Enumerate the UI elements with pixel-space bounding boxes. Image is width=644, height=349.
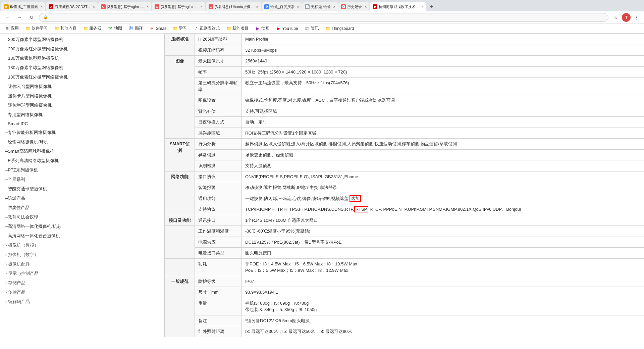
category-cell: SMART侦测 <box>165 139 195 171</box>
profile-button[interactable]: T <box>622 13 631 22</box>
key-cell: 日夜转换方式 <box>195 117 242 128</box>
sidebar-section[interactable]: › 摄像机（模拟） <box>0 241 164 250</box>
table-row: 备注*须另备DC12V Φ5.5mm圆头电源 <box>165 315 644 326</box>
reload-button[interactable]: ↻ <box>27 13 36 22</box>
bookmark-label: 服务器 <box>89 26 101 31</box>
bookmark-icon: ⊞ <box>5 26 9 31</box>
category-cell: 一般规范 <box>165 276 195 337</box>
tab-close-button[interactable]: × <box>201 5 203 9</box>
table-row: 第三码流分辨率与帧率独立于主码流设置，最高支持：50Hz：1fps(704×57… <box>165 78 644 95</box>
tab-close-button[interactable]: × <box>93 5 95 9</box>
sidebar-item[interactable]: 迷你云台型网络摄像机 <box>0 82 164 91</box>
sidebar-section[interactable]: › 存储产品 <box>0 278 164 288</box>
bookmark-服务器[interactable]: 📁服务器 <box>81 25 103 32</box>
category-cell <box>165 226 195 259</box>
tab-label: 海康威视DS-2CD3T... <box>55 4 90 9</box>
key-cell: 电源接口类型 <box>195 248 242 259</box>
tab-t5[interactable]: C(3条消息) Ubuntu摄像...× <box>206 2 261 11</box>
sidebar-item[interactable]: –专业智能分析网络摄像机 <box>0 128 164 137</box>
bookmark-资讯[interactable]: 📰资讯 <box>303 25 321 32</box>
tab-favicon: C <box>101 4 106 9</box>
tab-t6[interactable]: ⚙语雀_百度搜索× <box>262 2 302 11</box>
bookmark-动画[interactable]: ▶动画 <box>253 25 271 32</box>
tab-close-button[interactable]: × <box>333 5 335 9</box>
value-cell: DC12V±25% / PoE(802.3af)：带D型号不支持PoE <box>242 237 644 248</box>
value-cell: 32 Kbps~8Mbps <box>242 45 644 56</box>
sidebar-item[interactable]: –教育司法会议球 <box>0 212 164 222</box>
sidebar-item[interactable]: 130万像素红外微型网络摄像机 <box>0 72 164 82</box>
sidebar-item[interactable]: –Smart IPC <box>0 119 164 128</box>
bookmark-其他内容[interactable]: 📁其他内容 <box>52 25 78 32</box>
sidebar-section[interactable]: › 编解码产品 <box>0 297 164 306</box>
tab-t8[interactable]: 🕐历史记录× <box>338 2 369 11</box>
tab-t2[interactable]: J海康威视DS-2CD3T...× <box>46 2 98 11</box>
tab-label: 语雀_百度搜索 <box>270 4 294 9</box>
value-cell: 1个RJ45 10M / 100M 自适应以太网口 <box>242 215 644 226</box>
bookmark-label: 其他内容 <box>60 26 76 31</box>
tab-close-button[interactable]: × <box>297 5 299 9</box>
sidebar-item[interactable]: 迷你半球型网络摄像机 <box>0 101 164 110</box>
bookmark-软件学习[interactable]: 📁软件学习 <box>23 25 50 32</box>
tab-favicon: 🕐 <box>341 4 346 9</box>
tab-t3[interactable]: C(3条消息) 基于nginx-...× <box>98 2 151 11</box>
bookmark-icon: 🗺 <box>108 26 113 31</box>
sidebar-item[interactable]: 130万像素枪型网络摄像机 <box>0 54 164 63</box>
bookmark-Thingsboard[interactable]: 📁Thingsboard <box>324 26 356 32</box>
bookmark-正则表达式[interactable]: .*正则表达式 <box>192 25 222 32</box>
bookmark-label: 翻译 <box>135 26 143 31</box>
tab-t9[interactable]: H杭州海康威视数字技术...× <box>370 2 426 11</box>
table-row: 图像设置镜像模式,饱和度,亮度,对比度,锐度，AGC，白平衡通过客户端或者浏览器… <box>165 95 644 106</box>
bookmark-地图[interactable]: 🗺地图 <box>106 25 124 32</box>
value-cell: IP67 <box>242 276 644 287</box>
sidebar-item[interactable]: –智能交通球型摄像机 <box>0 184 164 194</box>
address-bar[interactable]: 🔒 <box>39 13 608 22</box>
sidebar-item[interactable]: –高清网络一体化摄像机/机芯 <box>0 222 164 231</box>
forward-button[interactable]: → <box>15 13 24 22</box>
bookmark-Gmail[interactable]: MGmail <box>148 26 168 32</box>
tab-t1[interactable]: ▶flv直播_百度搜索× <box>1 2 45 11</box>
sidebar-section[interactable]: › 传输产品 <box>0 288 164 297</box>
back-button[interactable]: ← <box>3 13 12 22</box>
tab-t4[interactable]: C(3条消息) 基于nginx-...× <box>152 2 205 11</box>
sidebar-item[interactable]: –防腐蚀产品 <box>0 203 164 212</box>
bookmark-学习[interactable]: 📁学习 <box>171 25 189 32</box>
bookmark-label: 学习 <box>179 26 187 31</box>
value-cell: TCP/IP,ICMP,HTTP,HTTPS,FTP,DHCP,DNS,DDNS… <box>242 204 644 215</box>
bookmark-label: 应用 <box>11 26 19 31</box>
value-cell: 场景变更侦测、虚焦侦测 <box>242 149 644 160</box>
sidebar-item[interactable]: 200万像素红外微型网络摄像机 <box>0 44 164 54</box>
tab-close-button[interactable]: × <box>365 5 367 9</box>
tab-close-button[interactable]: × <box>147 5 149 9</box>
main-content: 压缩标准H.265编码类型Main Profile视频压缩码率32 Kbps~8… <box>164 34 644 349</box>
sidebar-item[interactable]: –经销网络摄像机/球机 <box>0 137 164 147</box>
browser-chrome: ▶flv直播_百度搜索×J海康威视DS-2CD3T...×C(3条消息) 基于n… <box>0 0 644 34</box>
sidebar-item[interactable]: –防爆产品 <box>0 194 164 203</box>
sidebar-item[interactable]: 130万像素半球型网络摄像机 <box>0 63 164 72</box>
sidebar-section[interactable]: › 摄像机配件 <box>0 259 164 269</box>
tab-t7[interactable]: 📄无标题·语雀× <box>302 2 338 11</box>
menu-button[interactable]: ⋮ <box>632 13 641 22</box>
tab-close-button[interactable]: × <box>41 5 43 9</box>
tab-close-button[interactable]: × <box>256 5 258 9</box>
key-cell: 背光补偿 <box>195 106 242 117</box>
bookmark-新的项目[interactable]: 📁新的项目 <box>224 25 251 32</box>
sidebar-item[interactable]: –PTZ系列摄像机 <box>0 165 164 175</box>
sidebar-item[interactable]: –全景系列 <box>0 175 164 184</box>
bookmark-应用[interactable]: ⊞应用 <box>3 25 21 32</box>
sidebar-item[interactable]: –高清网络一体化云台摄像机 <box>0 231 164 241</box>
sidebar-item[interactable]: –E系列高清网络球型摄像机 <box>0 156 164 165</box>
new-tab-button[interactable]: + <box>427 2 436 11</box>
sidebar-item[interactable]: 迷你卡片型网络摄像机 <box>0 91 164 101</box>
sidebar-item[interactable]: 200万像素半球型网络摄像机 <box>0 35 164 44</box>
sidebar-section[interactable]: › 显示与控制产品 <box>0 269 164 278</box>
tab-label: 历史记录 <box>347 4 362 9</box>
sidebar-section[interactable]: › 摄像机（数字） <box>0 250 164 259</box>
tab-close-button[interactable]: × <box>421 5 423 9</box>
bookmark-label: Thingsboard <box>332 26 354 31</box>
sidebar-item[interactable]: –专用型网络摄像机 <box>0 110 164 119</box>
bookmark-翻译[interactable]: 翻翻译 <box>127 25 145 32</box>
bookmark-YouTube[interactable]: ▶YouTube <box>274 26 300 32</box>
sidebar-item[interactable]: –Smart高清网球型摄像机 <box>0 147 164 156</box>
bookmark-star-button[interactable]: ☆ <box>611 13 621 22</box>
key-cell: 通用功能 <box>195 193 242 204</box>
